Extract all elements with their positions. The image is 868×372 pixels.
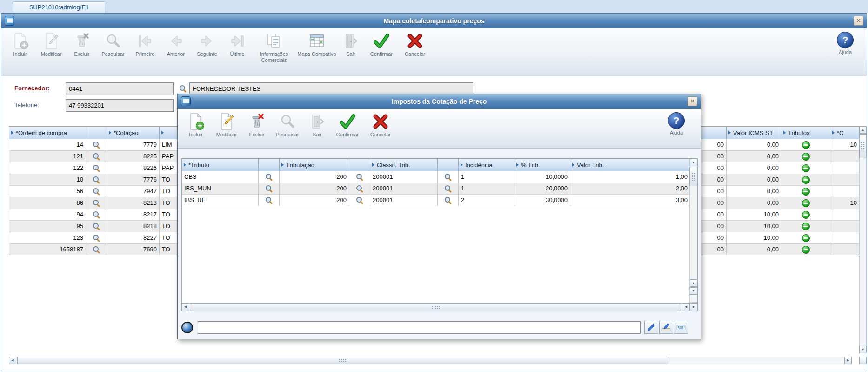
column-header-valor-trib[interactable]: Valor Trib. (570, 159, 690, 171)
scrollbar-thumb[interactable] (190, 303, 681, 311)
signature-button[interactable] (659, 321, 673, 334)
modal-button-sair[interactable]: Sair (306, 112, 328, 138)
sort-arrow-icon (783, 131, 786, 135)
row-search-cell[interactable] (86, 139, 107, 151)
row-search-cell[interactable] (86, 186, 107, 197)
row-search-cell[interactable] (259, 183, 280, 195)
fornecedor-search-icon[interactable] (179, 85, 187, 92)
toolbar-button-cancelar[interactable]: Cancelar (400, 32, 430, 57)
scrollbar-thumb[interactable] (689, 167, 697, 186)
row-search-cell[interactable] (86, 162, 107, 174)
scroll-up-icon[interactable]: ▲ (859, 126, 867, 134)
scrollbar-thumb[interactable] (859, 134, 867, 158)
modal-button-cancelar[interactable]: Cancelar (366, 112, 395, 138)
toolbar-button-ajuda[interactable]: Ajuda (832, 32, 858, 55)
scroll-up-icon[interactable]: ▲ (690, 159, 697, 166)
column-header-blank[interactable] (438, 159, 459, 171)
cell-cotacao: 7947 (107, 186, 160, 197)
row-search-cell[interactable] (86, 209, 107, 221)
toolbar-button-pesquisar[interactable]: Pesquisar (97, 32, 129, 57)
cell-tributos[interactable] (781, 139, 830, 151)
scroll-down-icon[interactable]: ▼ (859, 346, 867, 353)
virtual-keyboard-button[interactable] (674, 321, 688, 334)
telefone-field[interactable] (66, 99, 174, 112)
row-search-cell[interactable] (86, 244, 107, 255)
toolbar-button-modificar[interactable]: Modificar (36, 32, 67, 57)
scroll-right-icon[interactable]: ▶ (690, 303, 698, 311)
cell-tributos[interactable] (781, 197, 830, 209)
cell-tributos[interactable] (781, 244, 830, 255)
fornecedor-name-field[interactable] (189, 82, 473, 95)
toolbar-button-excluir[interactable]: Excluir (68, 32, 95, 57)
toolbar-button-sair[interactable]: Sair (338, 32, 363, 57)
modal-button-incluir[interactable]: Incluir (182, 112, 209, 138)
column-header-ordem-de-compra[interactable]: *Ordem de compra (9, 127, 86, 139)
scroll-right-icon[interactable]: ▶ (844, 357, 852, 364)
column-header-tributos[interactable]: Tributos (781, 127, 830, 139)
scroll-down-icon[interactable]: ▼ (690, 287, 697, 295)
table-row[interactable]: IBS_UF 200 200001 2 30,0000 3,00 (182, 195, 697, 206)
column-header-valor-icms-st[interactable]: Valor ICMS ST (727, 127, 781, 139)
row-search-cell[interactable] (86, 151, 107, 162)
column-header-cotacao[interactable]: *Cotação (107, 127, 160, 139)
cell-tributos[interactable] (781, 232, 830, 244)
toolbar-button-informacoes-comerciais[interactable]: Informações Comerciais (253, 32, 295, 63)
cell-tributos[interactable] (781, 162, 830, 174)
toolbar-button-ultimo[interactable]: Último (224, 32, 251, 57)
modal-button-confirmar[interactable]: Confirmar (331, 112, 364, 138)
row-search-cell[interactable] (259, 195, 280, 206)
edit-pencil-button[interactable] (644, 321, 658, 334)
mdi-tab[interactable]: SUP21010:admlog/E1 (13, 1, 105, 13)
statusbar-input[interactable] (198, 321, 641, 334)
table-row[interactable]: IBS_MUN 200 200001 1 20,0000 2,00 (182, 183, 697, 195)
toolbar-button-mapa-comparativo[interactable]: Mapa Compativo (297, 32, 336, 57)
column-header-blank[interactable] (349, 159, 370, 171)
row-search-cell[interactable] (86, 221, 107, 232)
modal-button-modificar[interactable]: Modificar (211, 112, 242, 138)
scroll-left-icon[interactable]: ◀ (682, 303, 690, 311)
modal-button-excluir[interactable]: Excluir (244, 112, 270, 138)
row-search-cell[interactable] (86, 232, 107, 244)
scrollbar-track[interactable] (859, 126, 867, 353)
row-search-cell[interactable] (438, 183, 459, 195)
cell-tributos[interactable] (781, 151, 830, 162)
column-header-blank[interactable] (86, 127, 107, 139)
column-header-perc-trib[interactable]: % Trib. (514, 159, 570, 171)
modal-button-ajuda[interactable]: Ajuda (663, 112, 689, 136)
cell-tributos[interactable] (781, 174, 830, 186)
close-icon[interactable] (688, 96, 697, 106)
row-search-cell[interactable] (349, 183, 370, 195)
toolbar-button-primeiro[interactable]: Primeiro (131, 32, 160, 57)
toolbar-button-anterior[interactable]: Anterior (161, 32, 190, 57)
row-search-cell[interactable] (438, 171, 459, 183)
cell-cotacao: 8225 (107, 151, 160, 162)
scroll-up-icon[interactable]: ▲ (690, 279, 697, 287)
cell-tributos[interactable] (781, 221, 830, 232)
cell-perc-trib: 10,0000 (514, 171, 570, 183)
column-header-partial-right[interactable]: *C (830, 127, 859, 139)
row-search-cell[interactable] (349, 171, 370, 183)
scroll-left-icon[interactable]: ◀ (9, 357, 16, 364)
cell-tributo: IBS_UF (182, 195, 259, 206)
scroll-left-icon[interactable]: ◀ (181, 303, 189, 311)
cell-tributos[interactable] (781, 186, 830, 197)
toolbar-button-seguinte[interactable]: Seguinte (192, 32, 222, 57)
column-header-incidencia[interactable]: Incidência (459, 159, 514, 171)
close-icon[interactable] (854, 16, 863, 26)
column-header-blank[interactable] (259, 159, 280, 171)
fornecedor-code-field[interactable] (66, 82, 174, 95)
column-header-classif-trib[interactable]: Classif. Trib. (370, 159, 438, 171)
row-search-cell[interactable] (349, 195, 370, 206)
row-search-cell[interactable] (259, 171, 280, 183)
column-header-tributacao[interactable]: Tributação (280, 159, 349, 171)
row-search-cell[interactable] (86, 197, 107, 209)
cell-tributos[interactable] (781, 209, 830, 221)
row-search-cell[interactable] (438, 195, 459, 206)
toolbar-button-confirmar[interactable]: Confirmar (365, 32, 398, 57)
table-row[interactable]: CBS 200 200001 1 10,0000 1,00 (182, 171, 697, 183)
scrollbar-thumb[interactable] (17, 357, 668, 364)
row-search-cell[interactable] (86, 174, 107, 186)
column-header-tributo[interactable]: *Tributo (182, 159, 259, 171)
modal-button-pesquisar[interactable]: Pesquisar (272, 112, 303, 138)
toolbar-button-incluir[interactable]: Incluir (6, 32, 34, 57)
